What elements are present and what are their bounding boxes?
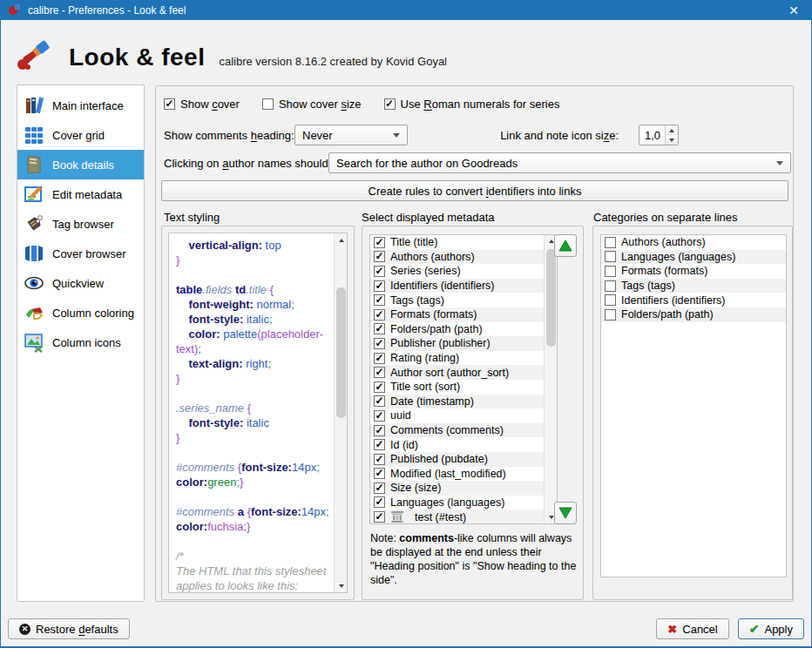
metadata-row[interactable]: ✓test (#test) — [370, 510, 557, 524]
checkbox-mark — [262, 98, 274, 110]
checkbox[interactable]: ✓ — [374, 266, 385, 277]
checkbox[interactable]: ✓ — [374, 511, 385, 523]
move-down-button[interactable] — [554, 502, 577, 524]
checkbox[interactable]: ✓ — [374, 280, 385, 292]
tag-browser-icon — [24, 213, 44, 234]
checkbox[interactable]: ✓ — [374, 251, 385, 262]
scrollbar-thumb[interactable] — [336, 287, 346, 418]
category-row[interactable]: Authors (authors) — [601, 235, 786, 250]
checkbox[interactable]: ✓ — [374, 367, 385, 378]
scroll-down-icon[interactable] — [335, 579, 348, 592]
metadata-row[interactable]: ✓Date (timestamp) — [370, 395, 557, 409]
checkbox[interactable]: ✓ — [374, 338, 385, 349]
spinner-up-button[interactable] — [666, 125, 678, 135]
move-up-button[interactable] — [554, 234, 577, 257]
metadata-list[interactable]: ✓Title (title)✓Authors (authors)✓Series … — [369, 234, 558, 524]
sidebar-item-column-icons[interactable]: Column icons — [17, 327, 144, 357]
metadata-row[interactable]: ✓Published (pubdate) — [370, 452, 557, 467]
show-cover-checkbox[interactable]: ✓ Show cover — [164, 98, 240, 111]
metadata-row[interactable]: ✓Author sort (author_sort) — [370, 365, 557, 380]
checkbox[interactable]: ✓ — [374, 468, 385, 479]
metadata-row[interactable]: ✓Size (size) — [370, 481, 557, 496]
checkbox[interactable]: ✓ — [374, 439, 385, 450]
title-bar: calibre - Preferences - Look & feel ✕ — [1, 1, 811, 20]
editor-scrollbar[interactable] — [334, 233, 347, 592]
sidebar-item-cover-browser[interactable]: Cover browser — [17, 239, 144, 268]
sidebar-item-label: Main interface — [52, 99, 124, 112]
category-row[interactable]: Tags (tags) — [601, 279, 786, 294]
icon-size-spinner[interactable]: 1,0 — [639, 125, 679, 145]
list-scrollbar[interactable] — [544, 235, 557, 523]
checkbox[interactable] — [605, 237, 616, 248]
spinner-down-button[interactable] — [666, 135, 678, 145]
apply-button[interactable]: ✔ Apply — [738, 618, 804, 639]
checkbox[interactable]: ✓ — [374, 410, 385, 422]
list-item-label: Id (id) — [390, 439, 418, 451]
metadata-row[interactable]: ✓Modified (last_modified) — [370, 467, 557, 482]
metadata-row[interactable]: ✓Formats (formats) — [370, 307, 557, 322]
list-item-label: Author sort (author_sort) — [390, 367, 509, 379]
sidebar-item-edit-metadata[interactable]: Edit metadata — [17, 179, 144, 209]
checkbox[interactable]: ✓ — [374, 353, 385, 364]
checkbox[interactable]: ✓ — [374, 294, 385, 306]
checkbox[interactable]: ✓ — [374, 496, 385, 508]
metadata-row[interactable]: ✓uuid — [370, 408, 557, 423]
close-icon[interactable]: ✕ — [783, 4, 804, 17]
metadata-row[interactable]: ✓Tags (tags) — [370, 293, 557, 307]
look-feel-icon — [17, 36, 55, 74]
checkbox[interactable]: ✓ — [374, 454, 385, 465]
checkbox[interactable] — [605, 251, 616, 262]
metadata-row[interactable]: ✓Folders/path (path) — [370, 322, 557, 337]
metadata-box: ✓Title (title)✓Authors (authors)✓Series … — [362, 226, 584, 600]
show-cover-size-checkbox[interactable]: Show cover size — [262, 98, 362, 111]
category-row[interactable]: Identifiers (identifiers) — [601, 293, 786, 307]
sidebar-item-quickview[interactable]: Quickview — [17, 268, 144, 298]
checkbox[interactable]: ✓ — [374, 237, 385, 248]
sidebar-item-column-coloring[interactable]: Column coloring — [17, 298, 144, 327]
checkbox[interactable]: ✓ — [374, 395, 385, 407]
metadata-row[interactable]: ✓Rating (rating) — [370, 351, 557, 366]
comments-heading-select[interactable]: Never — [294, 125, 408, 145]
scroll-up-icon[interactable] — [335, 233, 348, 246]
checkbox[interactable]: ✓ — [374, 425, 385, 436]
category-row[interactable]: Formats (formats) — [601, 264, 786, 279]
sidebar-item-cover-grid[interactable]: Cover grid — [17, 120, 144, 150]
chevron-down-icon — [393, 133, 400, 138]
categories-list[interactable]: Authors (authors)Languages (languages)Fo… — [600, 234, 787, 577]
checkbox[interactable] — [605, 266, 616, 277]
create-rules-button[interactable]: Create rules to convert identifiers into… — [161, 180, 788, 201]
checkbox[interactable] — [605, 294, 616, 306]
checkbox[interactable] — [605, 309, 616, 321]
checkbox[interactable] — [605, 280, 616, 292]
cancel-button[interactable]: ✖ Cancel — [656, 618, 728, 639]
metadata-row[interactable]: ✓Id (id) — [370, 437, 557, 452]
sidebar-item-book-details[interactable]: Book details — [17, 150, 144, 179]
sidebar-item-label: Edit metadata — [52, 188, 122, 201]
author-click-select[interactable]: Search for the author on Goodreads — [328, 152, 791, 173]
css-editor[interactable]: vertical-align: top} table.fields td.tit… — [168, 233, 348, 593]
checkbox[interactable]: ✓ — [374, 309, 385, 321]
scrollbar-thumb[interactable] — [546, 249, 556, 347]
metadata-row[interactable]: ✓Title (title) — [370, 235, 557, 250]
sidebar-item-main-interface[interactable]: Main interface — [17, 91, 144, 120]
sidebar-item-tag-browser[interactable]: Tag browser — [17, 209, 144, 239]
metadata-row[interactable]: ✓Title sort (sort) — [370, 380, 557, 395]
metadata-row[interactable]: ✓Publisher (publisher) — [370, 336, 557, 351]
checkbox[interactable]: ✓ — [374, 381, 385, 393]
metadata-row[interactable]: ✓Authors (authors) — [370, 250, 557, 265]
roman-numerals-checkbox[interactable]: ✓ Use Roman numerals for series — [384, 98, 560, 111]
checkbox-mark: ✓ — [164, 98, 175, 110]
comments-heading-value: Never — [302, 129, 333, 142]
restore-defaults-button[interactable]: ✕ Restore defaults — [8, 618, 130, 639]
metadata-row[interactable]: ✓Identifiers (identifiers) — [370, 279, 557, 294]
category-row[interactable]: Languages (languages) — [601, 250, 786, 265]
category-row[interactable]: Folders/path (path) — [601, 307, 786, 322]
author-click-value: Search for the author on Goodreads — [336, 157, 518, 170]
checkbox-mark: ✓ — [384, 98, 396, 110]
checkbox[interactable]: ✓ — [374, 483, 385, 494]
icon-size-value: 1,0 — [639, 125, 665, 145]
checkbox[interactable]: ✓ — [374, 323, 385, 334]
metadata-row[interactable]: ✓Comments (comments) — [370, 423, 557, 438]
metadata-row[interactable]: ✓Series (series) — [370, 264, 557, 279]
metadata-row[interactable]: ✓Languages (languages) — [370, 496, 557, 510]
